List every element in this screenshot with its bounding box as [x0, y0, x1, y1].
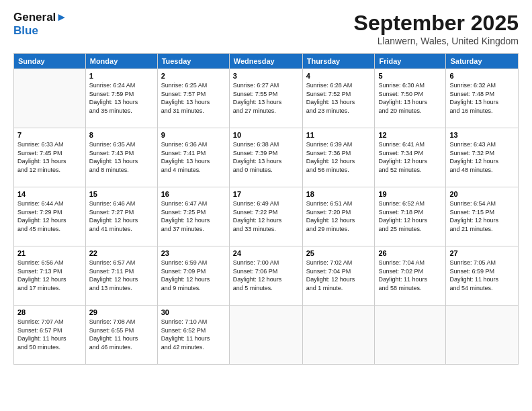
calendar-week-4: 28Sunrise: 7:07 AM Sunset: 6:57 PM Dayli…	[14, 306, 519, 365]
calendar-week-2: 14Sunrise: 6:44 AM Sunset: 7:29 PM Dayli…	[14, 187, 519, 246]
calendar-cell: 25Sunrise: 7:02 AM Sunset: 7:04 PM Dayli…	[302, 246, 375, 306]
calendar-cell: 10Sunrise: 6:38 AM Sunset: 7:39 PM Dayli…	[229, 128, 302, 187]
calendar-cell: 19Sunrise: 6:52 AM Sunset: 7:18 PM Dayli…	[375, 187, 446, 246]
calendar-cell: 23Sunrise: 6:59 AM Sunset: 7:09 PM Dayli…	[157, 246, 229, 306]
day-info: Sunrise: 6:25 AM Sunset: 7:57 PM Dayligh…	[161, 81, 226, 115]
day-number: 25	[306, 249, 371, 257]
day-number: 19	[378, 190, 442, 198]
day-number: 21	[17, 249, 82, 257]
col-friday: Friday	[375, 54, 446, 69]
day-number: 30	[161, 308, 226, 316]
calendar-cell: 4Sunrise: 6:28 AM Sunset: 7:52 PM Daylig…	[302, 69, 375, 128]
day-number: 2	[161, 72, 226, 80]
calendar-cell: 17Sunrise: 6:49 AM Sunset: 7:22 PM Dayli…	[229, 187, 302, 246]
day-number: 3	[233, 72, 299, 80]
calendar: Sunday Monday Tuesday Wednesday Thursday…	[13, 53, 519, 365]
calendar-cell	[229, 306, 302, 365]
col-tuesday: Tuesday	[157, 54, 229, 69]
calendar-week-0: 1Sunrise: 6:24 AM Sunset: 7:59 PM Daylig…	[14, 69, 519, 128]
calendar-cell	[375, 306, 446, 365]
calendar-week-3: 21Sunrise: 6:56 AM Sunset: 7:13 PM Dayli…	[14, 246, 519, 306]
day-info: Sunrise: 6:43 AM Sunset: 7:32 PM Dayligh…	[449, 140, 515, 174]
calendar-cell: 15Sunrise: 6:46 AM Sunset: 7:27 PM Dayli…	[85, 187, 157, 246]
calendar-cell: 20Sunrise: 6:54 AM Sunset: 7:15 PM Dayli…	[446, 187, 519, 246]
day-info: Sunrise: 6:30 AM Sunset: 7:50 PM Dayligh…	[378, 81, 442, 115]
day-info: Sunrise: 6:56 AM Sunset: 7:13 PM Dayligh…	[17, 259, 82, 292]
calendar-cell: 29Sunrise: 7:08 AM Sunset: 6:55 PM Dayli…	[85, 306, 157, 365]
calendar-cell: 18Sunrise: 6:51 AM Sunset: 7:20 PM Dayli…	[302, 187, 375, 246]
logo-line2: Blue	[13, 24, 67, 38]
day-number: 11	[306, 131, 371, 139]
day-info: Sunrise: 6:49 AM Sunset: 7:22 PM Dayligh…	[233, 199, 299, 233]
day-info: Sunrise: 6:27 AM Sunset: 7:55 PM Dayligh…	[233, 81, 299, 115]
day-info: Sunrise: 7:08 AM Sunset: 6:55 PM Dayligh…	[89, 318, 154, 351]
day-number: 10	[233, 131, 299, 139]
calendar-cell: 13Sunrise: 6:43 AM Sunset: 7:32 PM Dayli…	[446, 128, 519, 187]
day-info: Sunrise: 6:41 AM Sunset: 7:34 PM Dayligh…	[378, 140, 442, 174]
calendar-cell: 24Sunrise: 7:00 AM Sunset: 7:06 PM Dayli…	[229, 246, 302, 306]
logo: General► Blue	[13, 11, 67, 37]
day-number: 14	[17, 190, 82, 198]
calendar-cell: 1Sunrise: 6:24 AM Sunset: 7:59 PM Daylig…	[85, 69, 157, 128]
day-number: 15	[89, 190, 154, 198]
day-info: Sunrise: 7:05 AM Sunset: 6:59 PM Dayligh…	[449, 259, 515, 292]
location: Llanwern, Wales, United Kingdom	[354, 36, 519, 46]
day-number: 12	[378, 131, 442, 139]
day-number: 8	[89, 131, 154, 139]
day-number: 13	[449, 131, 515, 139]
day-info: Sunrise: 6:44 AM Sunset: 7:29 PM Dayligh…	[17, 199, 82, 233]
day-info: Sunrise: 7:10 AM Sunset: 6:52 PM Dayligh…	[161, 318, 226, 351]
day-info: Sunrise: 6:24 AM Sunset: 7:59 PM Dayligh…	[89, 81, 154, 115]
col-wednesday: Wednesday	[229, 54, 302, 69]
day-info: Sunrise: 6:28 AM Sunset: 7:52 PM Dayligh…	[306, 81, 371, 115]
calendar-cell: 22Sunrise: 6:57 AM Sunset: 7:11 PM Dayli…	[85, 246, 157, 306]
calendar-cell: 2Sunrise: 6:25 AM Sunset: 7:57 PM Daylig…	[157, 69, 229, 128]
day-info: Sunrise: 7:07 AM Sunset: 6:57 PM Dayligh…	[17, 318, 82, 351]
calendar-cell: 5Sunrise: 6:30 AM Sunset: 7:50 PM Daylig…	[375, 69, 446, 128]
day-info: Sunrise: 6:39 AM Sunset: 7:36 PM Dayligh…	[306, 140, 371, 174]
day-info: Sunrise: 6:47 AM Sunset: 7:25 PM Dayligh…	[161, 199, 226, 233]
day-number: 18	[306, 190, 371, 198]
day-info: Sunrise: 6:38 AM Sunset: 7:39 PM Dayligh…	[233, 140, 299, 174]
day-info: Sunrise: 6:59 AM Sunset: 7:09 PM Dayligh…	[161, 259, 226, 292]
day-number: 28	[17, 308, 82, 316]
day-info: Sunrise: 6:51 AM Sunset: 7:20 PM Dayligh…	[306, 199, 371, 233]
day-number: 5	[378, 72, 442, 80]
day-info: Sunrise: 6:35 AM Sunset: 7:43 PM Dayligh…	[89, 140, 154, 174]
calendar-cell: 3Sunrise: 6:27 AM Sunset: 7:55 PM Daylig…	[229, 69, 302, 128]
day-info: Sunrise: 6:57 AM Sunset: 7:11 PM Dayligh…	[89, 259, 154, 292]
calendar-cell: 26Sunrise: 7:04 AM Sunset: 7:02 PM Dayli…	[375, 246, 446, 306]
col-monday: Monday	[85, 54, 157, 69]
day-info: Sunrise: 7:04 AM Sunset: 7:02 PM Dayligh…	[378, 259, 442, 292]
day-info: Sunrise: 7:02 AM Sunset: 7:04 PM Dayligh…	[306, 259, 371, 292]
day-info: Sunrise: 6:52 AM Sunset: 7:18 PM Dayligh…	[378, 199, 442, 233]
col-saturday: Saturday	[446, 54, 519, 69]
day-number: 4	[306, 72, 371, 80]
day-number: 29	[89, 308, 154, 316]
calendar-cell: 9Sunrise: 6:36 AM Sunset: 7:41 PM Daylig…	[157, 128, 229, 187]
calendar-cell: 11Sunrise: 6:39 AM Sunset: 7:36 PM Dayli…	[302, 128, 375, 187]
calendar-header-row: Sunday Monday Tuesday Wednesday Thursday…	[14, 54, 519, 69]
title-section: September 2025 Llanwern, Wales, United K…	[354, 11, 519, 46]
calendar-cell: 6Sunrise: 6:32 AM Sunset: 7:48 PM Daylig…	[446, 69, 519, 128]
calendar-cell: 28Sunrise: 7:07 AM Sunset: 6:57 PM Dayli…	[14, 306, 86, 365]
calendar-cell: 12Sunrise: 6:41 AM Sunset: 7:34 PM Dayli…	[375, 128, 446, 187]
calendar-cell: 8Sunrise: 6:35 AM Sunset: 7:43 PM Daylig…	[85, 128, 157, 187]
day-number: 6	[449, 72, 515, 80]
day-info: Sunrise: 6:32 AM Sunset: 7:48 PM Dayligh…	[449, 81, 515, 115]
day-number: 7	[17, 131, 82, 139]
calendar-cell: 30Sunrise: 7:10 AM Sunset: 6:52 PM Dayli…	[157, 306, 229, 365]
col-sunday: Sunday	[14, 54, 86, 69]
calendar-cell	[302, 306, 375, 365]
calendar-cell: 16Sunrise: 6:47 AM Sunset: 7:25 PM Dayli…	[157, 187, 229, 246]
day-info: Sunrise: 7:00 AM Sunset: 7:06 PM Dayligh…	[233, 259, 299, 292]
logo-line1: General►	[13, 11, 67, 24]
month-title: September 2025	[354, 11, 519, 36]
day-number: 24	[233, 249, 299, 257]
day-info: Sunrise: 6:54 AM Sunset: 7:15 PM Dayligh…	[449, 199, 515, 233]
calendar-cell: 7Sunrise: 6:33 AM Sunset: 7:45 PM Daylig…	[14, 128, 86, 187]
calendar-cell: 21Sunrise: 6:56 AM Sunset: 7:13 PM Dayli…	[14, 246, 86, 306]
day-info: Sunrise: 6:33 AM Sunset: 7:45 PM Dayligh…	[17, 140, 82, 174]
day-number: 22	[89, 249, 154, 257]
calendar-cell: 14Sunrise: 6:44 AM Sunset: 7:29 PM Dayli…	[14, 187, 86, 246]
